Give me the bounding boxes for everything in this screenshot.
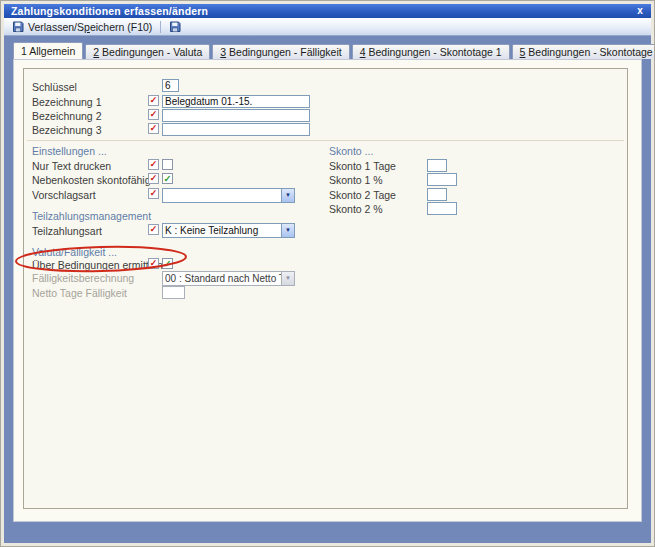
tab-bedingungen-skontotage-2[interactable]: 5 Bedingungen - Skontotage 2 <box>512 44 655 59</box>
schluessel-input[interactable] <box>162 79 179 92</box>
section-valuta-faelligkeit: Valuta/Fälligkeit ... <box>32 246 117 258</box>
vorschlagsart-dropdown[interactable]: ▼ <box>162 188 295 203</box>
schluessel-label: Schlüssel <box>32 81 77 93</box>
skonto-2-tage-input[interactable] <box>427 188 447 201</box>
netto-tage-faelligkeit-input <box>162 286 185 299</box>
bezeichnung-2-label: Bezeichnung 2 <box>32 110 101 122</box>
field-edit-check-icon[interactable]: ✓ <box>148 109 159 120</box>
faelligkeitsberechnung-value: 00 : Standard nach Netto Tagen <box>163 272 281 285</box>
form-groupbox: Schlüssel Bezeichnung 1 ✓ Bezeichnung 2 … <box>23 68 628 509</box>
chevron-down-icon[interactable]: ▼ <box>281 189 294 202</box>
save-icon <box>169 21 181 33</box>
window-title: Zahlungskonditionen erfassen/ändern <box>11 5 208 17</box>
skonto-2-prozent-input[interactable] <box>427 202 457 215</box>
section-einstellungen: Einstellungen ... <box>32 145 107 157</box>
chevron-down-icon: ▼ <box>281 272 294 285</box>
tabstrip: 1 Allgemein 2 Bedingungen - Valuta 3 Bed… <box>13 42 655 59</box>
skonto-2-prozent-label: Skonto 2 % <box>329 203 383 215</box>
dialog-content: 1 Allgemein 2 Bedingungen - Valuta 3 Bed… <box>4 36 651 543</box>
tab-bedingungen-faelligkeit[interactable]: 3 Bedingungen - Fälligkeit <box>212 44 349 59</box>
nebenkosten-skontofaehig-checkbox[interactable]: ✓ <box>162 173 173 184</box>
teilzahlungsart-label: Teilzahlungsart <box>32 225 102 237</box>
skonto-1-tage-label: Skonto 1 Tage <box>329 160 396 172</box>
tab-bedingungen-valuta[interactable]: 2 Bedingungen - Valuta <box>85 44 210 59</box>
faelligkeitsberechnung-dropdown: 00 : Standard nach Netto Tagen ▼ <box>162 271 295 286</box>
vorschlagsart-value <box>163 189 281 202</box>
dialog-window: Zahlungskonditionen erfassen/ändern x Ve… <box>0 0 655 547</box>
field-edit-check-icon[interactable]: ✓ <box>148 95 159 106</box>
skonto-1-prozent-label: Skonto 1 % <box>329 174 383 186</box>
chevron-down-icon[interactable]: ▼ <box>281 224 294 237</box>
vorschlagsart-label: Vorschlagsart <box>32 189 96 201</box>
skonto-2-tage-label: Skonto 2 Tage <box>329 189 396 201</box>
field-edit-check-icon[interactable]: ✓ <box>148 258 159 269</box>
ueber-bedingungen-ermitteln-checkbox[interactable]: ✓ <box>162 258 173 269</box>
bezeichnung-3-input[interactable] <box>162 123 310 136</box>
field-edit-check-icon[interactable]: ✓ <box>148 123 159 134</box>
section-teilzahlungsmanagement: Teilzahlungsmanagement <box>32 210 151 222</box>
skonto-1-prozent-input[interactable] <box>427 173 457 186</box>
section-skonto: Skonto ... <box>329 145 373 157</box>
tab-bedingungen-skontotage-1[interactable]: 4 Bedingungen - Skontotage 1 <box>352 44 510 59</box>
field-edit-check-icon[interactable]: ✓ <box>148 224 159 235</box>
toolbar-separator <box>160 21 161 33</box>
save-icon <box>12 21 24 33</box>
bezeichnung-3-label: Bezeichnung 3 <box>32 124 101 136</box>
titlebar[interactable]: Zahlungskonditionen erfassen/ändern x <box>4 4 651 18</box>
nebenkosten-skontofaehig-label: Nebenkosten skontofähig <box>32 174 151 186</box>
close-icon[interactable]: x <box>637 4 643 18</box>
tabpage-allgemein: Schlüssel Bezeichnung 1 ✓ Bezeichnung 2 … <box>13 59 642 522</box>
field-edit-check-icon[interactable]: ✓ <box>148 188 159 199</box>
teilzahlungsart-value: K : Keine Teilzahlung <box>163 224 281 237</box>
nur-text-drucken-checkbox[interactable] <box>162 159 173 170</box>
toolbar: Verlassen/Speichern (F10) <box>4 18 651 36</box>
ueber-bedingungen-ermitteln-label: Über Bedingungen ermitteln <box>32 259 163 271</box>
field-edit-check-icon[interactable]: ✓ <box>148 159 159 170</box>
nur-text-drucken-label: Nur Text drucken <box>32 160 111 172</box>
section-divider <box>27 140 624 141</box>
teilzahlungsart-dropdown[interactable]: K : Keine Teilzahlung ▼ <box>162 223 295 238</box>
save-exit-button[interactable]: Verlassen/Speichern (F10) <box>8 19 156 34</box>
bezeichnung-1-label: Bezeichnung 1 <box>32 96 101 108</box>
netto-tage-faelligkeit-label: Netto Tage Fälligkeit <box>32 287 127 299</box>
skonto-1-tage-input[interactable] <box>427 159 447 172</box>
faelligkeitsberechnung-label: Fälligkeitsberechnung <box>32 272 134 284</box>
bezeichnung-2-input[interactable] <box>162 109 310 122</box>
field-edit-check-icon[interactable]: ✓ <box>148 173 159 184</box>
save-button[interactable] <box>165 19 185 34</box>
bezeichnung-1-input[interactable] <box>162 95 310 108</box>
save-exit-label: Verlassen/Speichern (F10) <box>28 21 152 33</box>
tab-allgemein[interactable]: 1 Allgemein <box>13 42 83 59</box>
